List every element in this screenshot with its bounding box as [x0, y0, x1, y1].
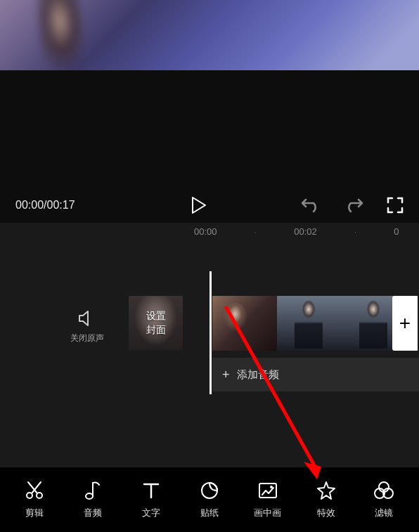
tool-label: 画中画: [254, 507, 281, 519]
clip-thumbnail[interactable]: [212, 296, 277, 351]
add-clip-button[interactable]: +: [392, 296, 418, 351]
bottom-toolbar: 剪辑 音频 文字 贴纸 画中画 特效 滤: [0, 467, 419, 532]
tool-audio[interactable]: 音频: [68, 480, 117, 519]
svg-rect-6: [259, 484, 276, 498]
video-preview[interactable]: [0, 0, 419, 70]
mute-original-toggle[interactable]: 关闭原声: [70, 310, 104, 344]
sticker-icon: [199, 480, 220, 501]
star-icon: [316, 480, 337, 501]
add-audio-track[interactable]: + 添加音频: [212, 358, 419, 391]
timeline-ruler[interactable]: 00:00 · 00:02 · 0: [0, 223, 419, 240]
text-icon: [141, 480, 162, 501]
playback-controls: 00:00/00:17: [0, 188, 419, 223]
redo-button[interactable]: [344, 197, 363, 213]
ruler-tick: ·: [354, 226, 357, 237]
cover-label-line1: 设置: [146, 309, 166, 323]
clip-thumbnail[interactable]: [277, 296, 342, 351]
playhead[interactable]: [210, 271, 212, 394]
undo-button[interactable]: [301, 197, 321, 213]
tool-label: 贴纸: [200, 507, 219, 519]
note-icon: [82, 480, 103, 501]
svg-point-4: [86, 493, 93, 499]
scissors-icon: [24, 480, 45, 501]
ruler-mark: 00:02: [294, 226, 317, 237]
fullscreen-button[interactable]: [387, 197, 404, 214]
set-cover-button[interactable]: 设置 封面: [129, 296, 183, 350]
tool-sticker[interactable]: 贴纸: [185, 480, 234, 519]
preview-blackbar: [0, 70, 419, 188]
tool-label: 文字: [142, 507, 160, 519]
filter-icon: [373, 480, 394, 501]
ruler-tick: ·: [254, 226, 257, 237]
plus-icon: +: [399, 312, 411, 335]
pip-icon: [257, 480, 278, 501]
timeline-area[interactable]: 关闭原声 设置 封面 + + 添加音频: [0, 240, 419, 467]
tool-text[interactable]: 文字: [127, 480, 176, 519]
plus-icon: +: [222, 368, 230, 382]
cover-label-line2: 封面: [146, 323, 166, 337]
tool-label: 剪辑: [25, 507, 44, 519]
tool-label: 音频: [84, 507, 102, 519]
tool-label: 特效: [317, 507, 335, 519]
tool-pip[interactable]: 画中画: [243, 480, 292, 519]
play-button[interactable]: [191, 196, 207, 214]
svg-point-7: [270, 486, 273, 488]
tool-label: 滤镜: [375, 507, 393, 519]
tool-edit[interactable]: 剪辑: [10, 480, 59, 519]
add-audio-label: 添加音频: [237, 368, 279, 382]
time-display: 00:00/00:17: [15, 199, 75, 212]
ruler-mark: 0: [394, 226, 399, 237]
video-clip-track[interactable]: [212, 296, 419, 351]
speaker-icon: [78, 310, 96, 327]
ruler-mark: 00:00: [194, 226, 217, 237]
tool-filter[interactable]: 滤镜: [359, 480, 408, 519]
mute-label: 关闭原声: [70, 332, 104, 344]
tool-effects[interactable]: 特效: [302, 480, 351, 519]
